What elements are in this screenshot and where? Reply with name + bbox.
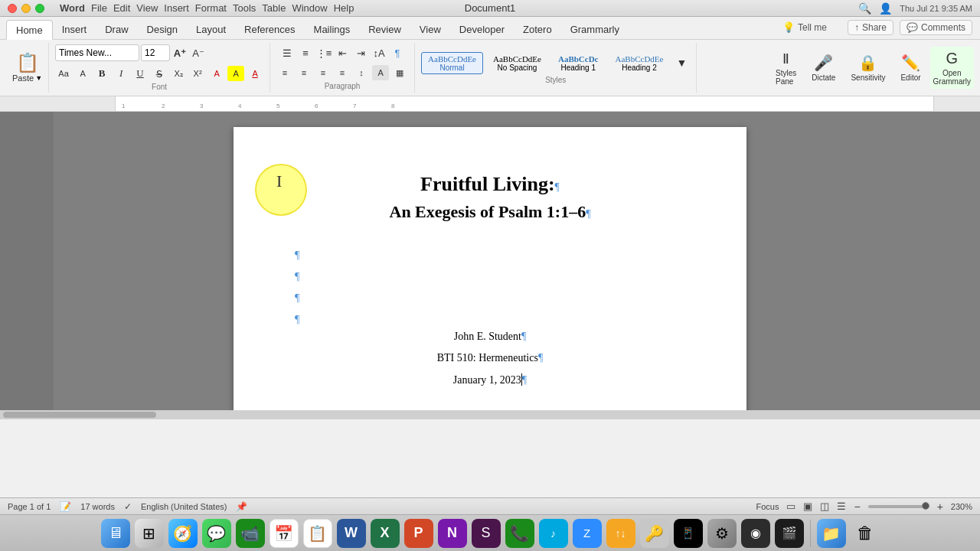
multilevel-list-button[interactable]: ⋮≡ — [315, 45, 332, 60]
shading-button[interactable]: A — [372, 65, 389, 80]
dock-word[interactable]: W — [337, 519, 366, 548]
dock-action-cam[interactable]: 🎬 — [775, 519, 804, 548]
horizontal-scrollbar[interactable] — [0, 410, 980, 419]
view-normal-icon[interactable]: ▭ — [786, 500, 795, 512]
minimize-button[interactable] — [21, 4, 31, 13]
search-icon[interactable]: 🔍 — [858, 2, 871, 15]
menu-file[interactable]: File — [91, 2, 107, 14]
open-grammarly-button[interactable]: G OpenGrammarly — [930, 47, 974, 89]
font-color-button[interactable]: A — [208, 66, 225, 81]
dock-calendar[interactable]: 📅 — [270, 519, 299, 548]
dock-system-prefs[interactable]: ⚙ — [707, 519, 737, 548]
tab-draw[interactable]: Draw — [96, 19, 137, 39]
styles-more-button[interactable]: ▼ — [673, 55, 690, 70]
font-name-input[interactable] — [55, 44, 139, 61]
tab-view[interactable]: View — [410, 19, 450, 39]
menu-view[interactable]: View — [136, 2, 158, 14]
indent-decrease-button[interactable]: ⇤ — [334, 45, 351, 60]
document-area[interactable]: I Fruitful Living:¶ An Exegesis of Psalm… — [0, 112, 980, 410]
sort-button[interactable]: ↕A — [371, 45, 387, 60]
dock-launchpad[interactable]: ⊞ — [135, 519, 164, 548]
highlight-button[interactable]: A — [227, 66, 244, 81]
dictate-button[interactable]: 🎤 Dictate — [805, 51, 841, 85]
tab-zotero[interactable]: Zotero — [514, 19, 561, 39]
dock-transmit[interactable]: ↑↓ — [606, 519, 635, 548]
menu-edit[interactable]: Edit — [113, 2, 130, 14]
tab-mailings[interactable]: Mailings — [305, 19, 360, 39]
indent-increase-button[interactable]: ⇥ — [352, 45, 369, 60]
share-icon[interactable]: 👤 — [879, 2, 892, 15]
align-center-button[interactable]: ≡ — [296, 65, 312, 80]
view-outline-icon[interactable]: ☰ — [837, 500, 846, 512]
dock-excel[interactable]: X — [371, 519, 400, 548]
paste-dropdown-icon[interactable]: ▼ — [35, 74, 42, 82]
menu-format[interactable]: Format — [195, 2, 227, 14]
tab-tell-me[interactable]: 💡 Tell me — [782, 21, 827, 33]
subscript-button[interactable]: X₂ — [170, 66, 187, 81]
dock-iphone-mirroring[interactable]: 📱 — [674, 519, 703, 548]
sensitivity-button[interactable]: 🔒 Sensitivity — [844, 51, 891, 85]
tab-layout[interactable]: Layout — [187, 19, 235, 39]
dock-trash[interactable]: 🗑 — [851, 519, 880, 548]
style-no-spacing[interactable]: AaBbCcDdEe No Spacing — [486, 52, 548, 74]
dock-facetime2[interactable]: 📞 — [505, 519, 534, 548]
align-right-button[interactable]: ≡ — [315, 65, 332, 80]
comments-button[interactable]: 💬 Comments — [900, 20, 972, 35]
menu-insert[interactable]: Insert — [164, 2, 189, 14]
menu-table[interactable]: Table — [262, 2, 286, 14]
dock-onenote[interactable]: N — [438, 519, 467, 548]
dock-keychain[interactable]: 🔑 — [640, 519, 669, 548]
focus-button[interactable]: Focus — [756, 502, 779, 511]
bullets-button[interactable]: ☰ — [279, 45, 296, 60]
bold-button[interactable]: B — [93, 66, 110, 81]
dock-powerpoint[interactable]: P — [404, 519, 433, 548]
tab-insert[interactable]: Insert — [53, 19, 96, 39]
style-normal[interactable]: AaBbCcDdEe Normal — [421, 52, 483, 74]
tab-developer[interactable]: Developer — [450, 19, 514, 39]
dock-finder2[interactable]: 📁 — [817, 519, 846, 548]
dock-reminders[interactable]: 📋 — [303, 519, 332, 548]
menu-window[interactable]: Window — [292, 2, 327, 14]
zoom-button[interactable] — [35, 4, 44, 13]
view-layout-icon[interactable]: ▣ — [803, 500, 812, 512]
style-heading1[interactable]: AaBbCcDc Heading 1 — [551, 52, 606, 74]
dock-zoom[interactable]: Z — [573, 519, 602, 548]
paragraph-marks-button[interactable]: ¶ — [389, 45, 406, 60]
numbered-list-button[interactable]: ≡ — [297, 45, 314, 60]
dock-screen-capture[interactable]: ◉ — [741, 519, 770, 548]
tab-review[interactable]: Review — [359, 19, 410, 39]
doc-title-line[interactable]: Fruitful Living:¶ — [295, 173, 685, 196]
dock-safari[interactable]: 🧭 — [168, 519, 198, 548]
superscript-button[interactable]: X² — [189, 66, 206, 81]
editor-button[interactable]: ✏️ Editor — [894, 51, 926, 85]
dock-facetime[interactable]: 📹 — [236, 519, 265, 548]
zoom-minus-button[interactable]: − — [854, 500, 860, 513]
zoom-plus-button[interactable]: + — [937, 500, 943, 513]
align-left-button[interactable]: ≡ — [276, 65, 293, 80]
paste-button[interactable]: Paste — [12, 73, 34, 83]
share-button[interactable]: ↑ Share — [848, 20, 893, 35]
menu-tools[interactable]: Tools — [233, 2, 256, 14]
close-button[interactable] — [8, 4, 17, 13]
borders-button[interactable]: ▦ — [391, 65, 408, 80]
view-web-icon[interactable]: ◫ — [820, 500, 829, 512]
font-shrink-button[interactable]: A⁻ — [190, 45, 207, 60]
style-heading2[interactable]: AaBbCcDdEe Heading 2 — [609, 52, 671, 74]
tab-design[interactable]: Design — [138, 19, 187, 39]
clear-format-button[interactable]: A — [74, 66, 91, 81]
strikethrough-button[interactable]: S̶ — [151, 66, 168, 81]
underline-button[interactable]: U — [132, 66, 149, 81]
dock-messages[interactable]: 💬 — [202, 519, 231, 548]
dock-slack[interactable]: S — [472, 519, 501, 548]
zoom-slider[interactable] — [868, 505, 929, 508]
styles-pane-button[interactable]: Ⅱ StylesPane — [769, 47, 802, 89]
tab-references[interactable]: References — [235, 19, 304, 39]
font-size-input[interactable] — [141, 44, 170, 61]
menu-help[interactable]: Help — [334, 2, 354, 14]
font-color2-button[interactable]: A — [247, 66, 263, 81]
italic-button[interactable]: I — [113, 66, 129, 81]
tab-home[interactable]: Home — [6, 20, 53, 40]
line-spacing-button[interactable]: ↕ — [353, 65, 370, 80]
dock-finder[interactable]: 🖥 — [101, 519, 130, 548]
scrollbar-thumb[interactable] — [3, 412, 156, 418]
